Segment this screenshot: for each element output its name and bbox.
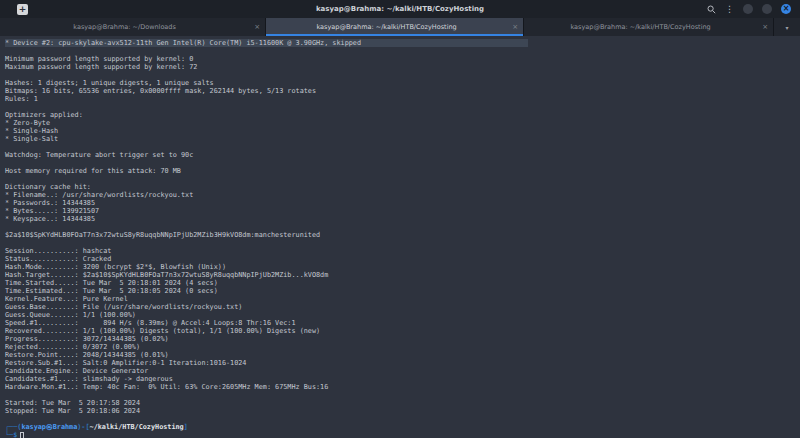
terminal-line [5,159,800,167]
terminal-line: * Zero-Byte [5,119,800,127]
minimize-button[interactable] [743,4,753,14]
terminal-line [5,47,800,55]
terminal-line: Bitmaps: 16 bits, 65536 entries, 0x0000f… [5,87,800,95]
terminal-line: * Single-Salt [5,135,800,143]
terminal-line [5,391,800,399]
tab-0[interactable]: kasyap@Brahma: ~/Downloads× [0,18,266,36]
tab-label: kasyap@Brahma: ~/kalki/HTB/CozyHosting [524,23,757,31]
terminal-line: * Filename..: /usr/share/wordlists/rocky… [5,191,800,199]
maximize-button[interactable] [762,4,772,14]
terminal-line: Hashes: 1 digests; 1 unique digests, 1 u… [5,79,800,87]
header-bar: + kasyap@Brahma: ~/kalki/HTB/CozyHosting… [0,0,800,18]
prompt-frame: ┌──( [5,423,21,431]
terminal-line [5,223,800,231]
terminal-line [5,103,800,111]
tab-list: kasyap@Brahma: ~/Downloads×kasyap@Brahma… [0,18,774,36]
tab-close-icon[interactable]: × [757,23,773,31]
tab-label: kasyap@Brahma: ~/kalki/HTB/CozyHosting [266,23,507,31]
terminal-line [5,175,800,183]
terminal-line: Guess.Base.......: File (/usr/share/word… [5,303,800,311]
tab-label: kasyap@Brahma: ~/Downloads [0,23,249,31]
prompt-separator: )-[ [77,423,89,431]
terminal-line: Watchdog: Temperature abort trigger set … [5,151,800,159]
tab-overflow-button[interactable]: ▾ [774,18,800,36]
terminal-line: Time.Started.....: Tue Mar 5 20:18:01 20… [5,279,800,287]
terminal-line: Optimizers applied: [5,111,800,119]
prompt-dollar: └─$ [5,431,17,438]
terminal-line [5,239,800,247]
terminal-line: Stopped: Tue Mar 5 20:18:06 2024 [5,407,800,415]
terminal-line: Speed.#1.........: 894 H/s (8.39ms) @ Ac… [5,319,800,327]
terminal-line [5,143,800,151]
terminal-line: Minimum password length supported by ker… [5,55,800,63]
header-actions: ⋮ × [707,4,800,14]
terminal-line: Dictionary cache hit: [5,183,800,191]
prompt-suffix: ] [184,423,188,431]
terminal-line: Candidates.#1....: slimshady -> dangerou… [5,375,800,383]
terminal-line: Started: Tue Mar 5 20:17:58 2024 [5,399,800,407]
terminal-line: Recovered........: 1/1 (100.00%) Digests… [5,327,800,335]
terminal-line: Hash.Mode........: 3200 (bcrypt $2*$, Bl… [5,263,800,271]
search-icon[interactable] [707,5,716,14]
terminal-line [5,415,800,423]
prompt-line-1: ┌──(kasyap㉿Brahma)-[~/kalki/HTB/CozyHost… [5,423,800,431]
terminal-line: Kernel.Feature...: Pure Kernel [5,295,800,303]
terminal-line: Restore.Sub.#1...: Salt:0 Amplifier:0-1 … [5,359,800,367]
terminal-line: Candidate.Engine.: Device Generator [5,367,800,375]
tab-1[interactable]: kasyap@Brahma: ~/kalki/HTB/CozyHosting× [266,18,524,36]
terminal-line: * Bytes.....: 139921507 [5,207,800,215]
terminal-line: * Device #2: cpu-skylake-avx512-11th Gen… [5,39,800,47]
terminal-line: Session..........: hashcat [5,247,800,255]
terminal-line: Guess.Queue......: 1/1 (100.00%) [5,311,800,319]
terminal-window: + kasyap@Brahma: ~/kalki/HTB/CozyHosting… [0,0,800,438]
terminal-output: * Device #2: cpu-skylake-avx512-11th Gen… [5,39,800,423]
terminal-line: Rejected.........: 0/3072 (0.00%) [5,343,800,351]
terminal-line: Status...........: Cracked [5,255,800,263]
terminal-cursor [20,432,24,438]
prompt-line-2: └─$ [5,431,800,438]
terminal-line: Maximum password length supported by ker… [5,63,800,71]
terminal-line: * Keyspace..: 14344385 [5,215,800,223]
tab-2[interactable]: kasyap@Brahma: ~/kalki/HTB/CozyHosting× [524,18,774,36]
terminal-line [5,71,800,79]
terminal-line: * Single-Hash [5,127,800,135]
tab-close-icon[interactable]: × [249,23,265,31]
menu-kebab-icon[interactable]: ⋮ [725,5,734,14]
terminal-line: Rules: 1 [5,95,800,103]
terminal-line: Progress.........: 3072/14344385 (0.02%) [5,335,800,343]
terminal-content[interactable]: * Device #2: cpu-skylake-avx512-11th Gen… [0,36,800,438]
prompt-path: ~/kalki/HTB/CozyHosting [90,423,184,431]
terminal-line: Host memory required for this attack: 70… [5,167,800,175]
new-tab-button[interactable]: + [17,4,28,15]
close-button[interactable]: × [781,4,791,14]
tab-bar: kasyap@Brahma: ~/Downloads×kasyap@Brahma… [0,18,800,36]
terminal-line: Hardware.Mon.#1..: Temp: 40c Fan: 0% Uti… [5,383,800,391]
prompt-user-host: kasyap㉿Brahma [21,423,77,431]
terminal-line: * Passwords.: 14344385 [5,199,800,207]
terminal-line: $2a$10$SpKYdHLB0FOaT7n3x72wtuS8yR8uqqbNN… [5,231,800,239]
terminal-line: Restore.Point....: 2048/14344385 (0.01%) [5,351,800,359]
terminal-line: Hash.Target......: $2a$10$SpKYdHLB0FOaT7… [5,271,800,279]
terminal-line: Time.Estimated...: Tue Mar 5 20:18:05 20… [5,287,800,295]
tab-close-icon[interactable]: × [507,23,523,31]
window-title: kasyap@Brahma: ~/kalki/HTB/CozyHosting [0,5,800,13]
